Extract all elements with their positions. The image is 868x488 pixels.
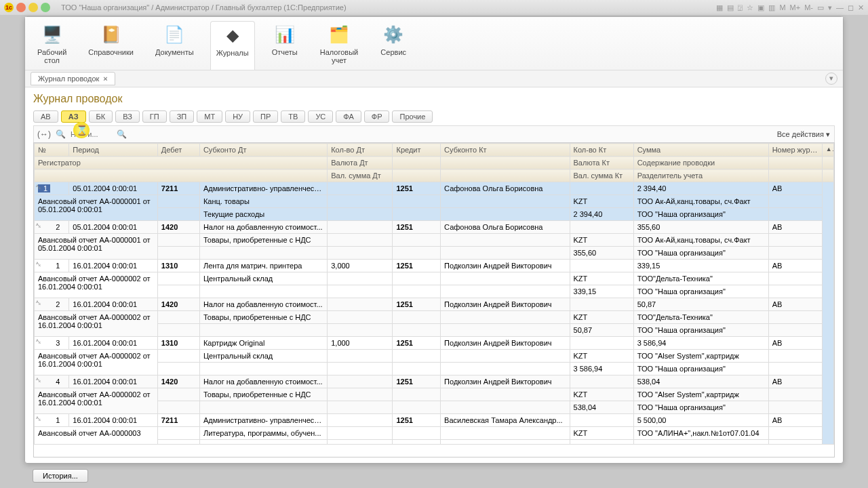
- cell-registrator: Авансовый отчет АА-0000002 от 16.01.2004…: [35, 311, 158, 337]
- scrollbar[interactable]: [822, 182, 833, 445]
- tb-icon[interactable]: ▭: [817, 3, 824, 12]
- cell-debit: 1310: [157, 260, 199, 272]
- filter-pill[interactable]: УС: [308, 110, 333, 123]
- column-header[interactable]: Вал. сумма Кт: [570, 169, 633, 182]
- table-row[interactable]: Авансовый отчет АА-0000001 от 05.01.2004…: [35, 234, 834, 247]
- cell-sum: ТОО "Наша организация": [633, 285, 768, 298]
- column-header[interactable]: Вал. сумма Дт: [328, 169, 393, 182]
- cell-debit: 7211: [157, 182, 199, 195]
- expand-icon[interactable]: (↔): [38, 128, 50, 140]
- tb-icon[interactable]: ⍰: [738, 3, 743, 12]
- filter-pill[interactable]: ФР: [364, 110, 390, 123]
- tb-m[interactable]: M: [779, 3, 785, 12]
- tb-mplus[interactable]: M+: [790, 3, 801, 12]
- table-row[interactable]: ᴬₖ3 16.01.2004 0:00:01 1310 Картридж Ori…: [35, 337, 834, 350]
- filter-pill[interactable]: ВЗ: [115, 110, 140, 123]
- cell-sub-dt: Центральный склад: [199, 272, 327, 285]
- column-header[interactable]: Кол-во Дт: [328, 144, 393, 157]
- column-header[interactable]: Субконто Дт: [199, 144, 327, 157]
- table-row[interactable]: ᴬₖ2 05.01.2004 0:00:01 1420 Налог на доб…: [35, 221, 834, 234]
- ribbon-item[interactable]: 📔Справочники: [83, 21, 139, 70]
- tb-icon[interactable]: ▦: [716, 3, 723, 12]
- filter-pill[interactable]: НУ: [225, 110, 250, 123]
- column-header[interactable]: Сумма: [633, 144, 768, 157]
- ribbon-item[interactable]: ⚙️Сервис: [374, 21, 412, 70]
- column-header[interactable]: Разделитель учета: [633, 169, 768, 182]
- column-header[interactable]: №: [35, 144, 69, 157]
- cell-qty-dt: 3,000: [328, 260, 393, 272]
- tb-icon[interactable]: ▥: [768, 3, 775, 12]
- filter-pill[interactable]: Прочие: [392, 110, 433, 123]
- ribbon-item[interactable]: 📊Отчеты: [266, 21, 304, 70]
- minimize-icon[interactable]: —: [836, 3, 844, 12]
- filter-pill[interactable]: МТ: [197, 110, 222, 123]
- maximize-icon[interactable]: ◻: [848, 3, 854, 12]
- tb-icon[interactable]: ▤: [727, 3, 734, 12]
- cell-sub-kt: Сафонова Ольга Борисовна: [441, 182, 570, 195]
- all-actions-button[interactable]: Все действия ▾: [777, 130, 830, 139]
- table-row[interactable]: Авансовый отчет АА-0000002 от 16.01.2004…: [35, 388, 834, 401]
- table-row[interactable]: Авансовый отчет АА-0000002 от 16.01.2004…: [35, 311, 834, 324]
- column-header[interactable]: [441, 169, 570, 182]
- column-header[interactable]: [393, 169, 441, 182]
- ribbon-item[interactable]: 🗂️Налоговыйучет: [315, 21, 364, 70]
- window-max-dot[interactable]: [41, 3, 50, 12]
- row-index: ᴬₖ2: [35, 298, 69, 311]
- filter-pill[interactable]: ГП: [142, 110, 167, 123]
- cell-qty-dt: [328, 195, 393, 208]
- column-header[interactable]: Кредит: [393, 144, 441, 157]
- tab-journal[interactable]: Журнал проводок ×: [31, 72, 115, 85]
- column-header[interactable]: Период: [69, 144, 158, 157]
- close-icon[interactable]: ✕: [858, 3, 864, 12]
- window-min-dot[interactable]: [28, 3, 38, 12]
- tabs-menu-icon[interactable]: ▾: [825, 73, 837, 85]
- data-grid[interactable]: №ПериодДебетСубконто ДтКол-во ДтКредитСу…: [33, 142, 835, 458]
- column-header[interactable]: Валюта Дт: [328, 157, 393, 169]
- app-window: 🖥️Рабочийстол📔Справочники📄Документы◆Журн…: [24, 16, 844, 464]
- column-header[interactable]: Номер журнала: [768, 144, 822, 157]
- column-header[interactable]: Дебет: [157, 144, 199, 157]
- tab-close-icon[interactable]: ×: [103, 75, 107, 83]
- column-header[interactable]: [768, 157, 822, 169]
- clear-search-icon[interactable]: 🔍: [115, 128, 127, 140]
- search-icon[interactable]: 🔍: [54, 128, 66, 140]
- tb-icon[interactable]: ▾: [828, 3, 832, 12]
- row-index: ᴬₖ4: [35, 375, 69, 388]
- tb-icon[interactable]: ☆: [747, 3, 753, 12]
- cell-sum: ТОО "Наша организация": [633, 247, 768, 260]
- column-header[interactable]: Кол-во Кт: [570, 144, 633, 157]
- filter-pill[interactable]: БК: [89, 110, 113, 123]
- table-row[interactable]: Авансовый отчет АА-0000001 от 05.01.2004…: [35, 195, 834, 208]
- column-header[interactable]: [393, 157, 441, 169]
- column-header[interactable]: Субконто Кт: [441, 144, 570, 157]
- table-row[interactable]: ᴬₖ1 16.01.2004 0:00:01 1310 Лента для ма…: [35, 260, 834, 272]
- table-row[interactable]: Авансовый отчет АА-0000002 от 16.01.2004…: [35, 350, 834, 363]
- history-button[interactable]: История...: [33, 469, 88, 483]
- window-close-dot[interactable]: [16, 3, 26, 12]
- tb-icon[interactable]: ▣: [757, 3, 764, 12]
- filter-pill[interactable]: ЗП: [170, 110, 195, 123]
- ribbon-item[interactable]: 📄Документы: [150, 21, 199, 70]
- tb-mminus[interactable]: M-: [804, 3, 813, 12]
- column-header[interactable]: Содержание проводки: [633, 157, 768, 169]
- cell-sum: ТОО "Alser System",картридж: [633, 350, 768, 363]
- table-row[interactable]: ᴬₖ1 05.01.2004 0:00:01 7211 Администрати…: [35, 182, 834, 195]
- filter-pill[interactable]: ФА: [336, 110, 361, 123]
- column-header[interactable]: [35, 169, 328, 182]
- column-header[interactable]: Валюта Кт: [570, 157, 633, 169]
- table-row[interactable]: Авансовый отчет АА-0000003 Литература, п…: [35, 427, 834, 440]
- table-row[interactable]: Авансовый отчет АА-0000002 от 16.01.2004…: [35, 272, 834, 285]
- grid-body[interactable]: ᴬₖ1 05.01.2004 0:00:01 7211 Администрати…: [35, 182, 834, 445]
- ribbon-item[interactable]: ◆Журналы: [210, 21, 255, 70]
- column-header[interactable]: Регистратор: [35, 157, 328, 169]
- column-header[interactable]: [768, 169, 822, 182]
- table-row[interactable]: ᴬₖ1 16.01.2004 0:00:01 7211 Администрати…: [35, 414, 834, 427]
- filter-pill[interactable]: ТВ: [281, 110, 305, 123]
- table-row[interactable]: ᴬₖ2 16.01.2004 0:00:01 1420 Налог на доб…: [35, 298, 834, 311]
- column-header[interactable]: [441, 157, 570, 169]
- ribbon-item[interactable]: 🖥️Рабочийстол: [32, 21, 72, 70]
- filter-pill[interactable]: ПР: [253, 110, 278, 123]
- filter-pill[interactable]: АЗ: [61, 110, 86, 123]
- table-row[interactable]: ᴬₖ4 16.01.2004 0:00:01 1420 Налог на доб…: [35, 375, 834, 388]
- filter-pill[interactable]: АВ: [33, 110, 58, 123]
